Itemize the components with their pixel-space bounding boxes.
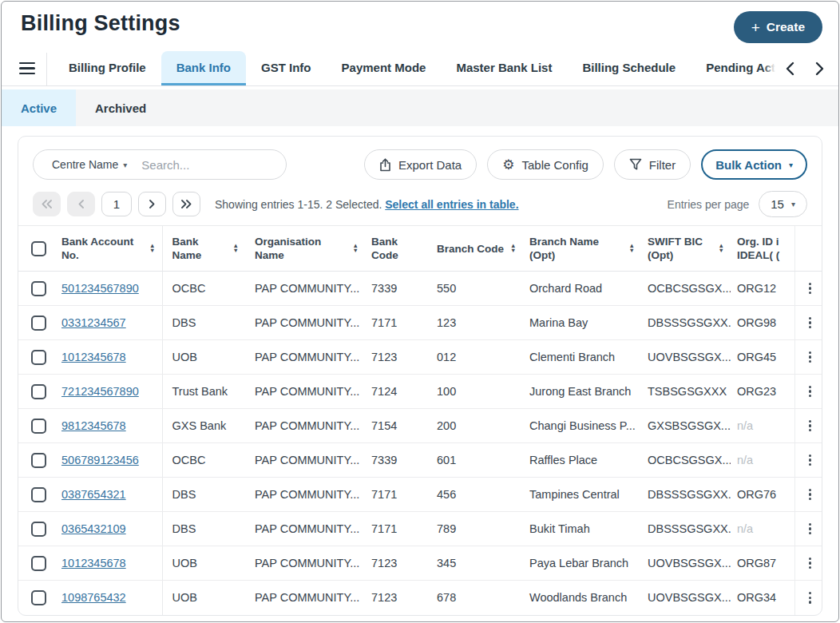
sort-icon[interactable]: ▲▼	[629, 244, 635, 254]
organisation-name-cell: PAP COMMUNITY...	[245, 443, 365, 478]
create-button[interactable]: + Create	[734, 11, 822, 43]
last-page-button[interactable]	[172, 192, 200, 216]
entries-summary-text: Showing entries 1-15. 2 Selected.	[215, 198, 382, 211]
branch-code-cell: 012	[430, 340, 523, 375]
tab-master-bank-list[interactable]: Master Bank List	[441, 51, 567, 85]
row-checkbox[interactable]	[31, 315, 46, 331]
row-checkbox[interactable]	[31, 350, 46, 365]
row-checkbox[interactable]	[31, 522, 46, 537]
bank-account-link[interactable]: 1098765432	[61, 591, 126, 604]
bank-code-cell: 7154	[365, 409, 430, 443]
table-config-label: Table Config	[521, 158, 588, 172]
column-header-branch-name: Branch Name (Opt)▲▼	[523, 226, 641, 272]
column-header-account: Bank Account No.▲▼	[55, 226, 162, 272]
select-all-link[interactable]: Select all entries in table.	[385, 198, 518, 211]
row-actions-kebab-icon[interactable]	[802, 518, 819, 539]
row-actions-kebab-icon[interactable]	[802, 278, 819, 299]
subtab-archived[interactable]: Archived	[76, 89, 165, 126]
branch-name-cell: Raffles Place	[523, 443, 641, 478]
sort-icon[interactable]: ▲▼	[510, 244, 516, 254]
org-id-cell: ORG98	[731, 306, 794, 340]
column-header-branch-code: Branch Code▲▼	[430, 226, 523, 272]
row-actions-kebab-icon[interactable]	[802, 312, 819, 333]
row-actions-kebab-icon[interactable]	[802, 415, 819, 436]
row-actions-kebab-icon[interactable]	[802, 450, 819, 470]
bank-account-link[interactable]: 9812345678	[61, 419, 126, 432]
row-checkbox[interactable]	[31, 590, 46, 605]
row-actions-kebab-icon[interactable]	[802, 484, 819, 505]
subtab-active[interactable]: Active	[2, 89, 76, 126]
current-page-indicator[interactable]: 1	[101, 192, 132, 216]
table-row: 501234567890 OCBC PAP COMMUNITY... 7339 …	[18, 272, 822, 306]
row-checkbox[interactable]	[31, 556, 46, 571]
bank-account-link[interactable]: 721234567890	[61, 385, 139, 398]
bank-name-cell: GXS Bank	[162, 409, 245, 443]
row-actions-kebab-icon[interactable]	[802, 587, 819, 608]
table-row: 9812345678 GXS Bank PAP COMMUNITY... 715…	[18, 409, 822, 443]
branch-code-cell: 123	[430, 306, 523, 340]
sort-icon[interactable]: ▲▼	[353, 244, 359, 254]
table-row: 1098765432 UOB PAP COMMUNITY... 7123 678…	[18, 581, 822, 615]
tab-billing-schedule[interactable]: Billing Schedule	[567, 51, 691, 85]
bank-account-link[interactable]: 0365432109	[61, 522, 126, 535]
swift-bic-cell: TSBSGSGXXX	[641, 375, 731, 409]
entries-per-page-dropdown[interactable]: 15 ▾	[759, 191, 807, 217]
search-input[interactable]	[141, 158, 300, 172]
tabs-container: Billing ProfileBank InfoGST InfoPayment …	[53, 51, 838, 85]
plus-icon: +	[751, 20, 760, 35]
tab-scroll-left-button[interactable]	[775, 51, 805, 85]
bank-account-link[interactable]: 1012345678	[61, 351, 126, 363]
bulk-action-label: Bulk Action	[715, 158, 782, 172]
search-category-dropdown[interactable]: Centre Name ▾	[52, 158, 127, 171]
row-actions-kebab-icon[interactable]	[802, 347, 819, 367]
bulk-action-button[interactable]: Bulk Action ▾	[701, 149, 807, 180]
entries-summary: Showing entries 1-15. 2 Selected. Select…	[215, 198, 519, 211]
swift-bic-cell: OCBCSGSGX...	[641, 443, 731, 478]
bank-name-cell: DBS	[162, 478, 245, 512]
bank-name-cell: OCBC	[162, 443, 245, 478]
previous-page-button[interactable]	[67, 192, 95, 216]
table-header-row: Bank Account No.▲▼Bank Name▲▼Organisatio…	[18, 226, 822, 272]
next-page-button[interactable]	[138, 192, 166, 216]
bank-account-link[interactable]: 501234567890	[61, 282, 139, 295]
tab-billing-profile[interactable]: Billing Profile	[53, 51, 161, 85]
menu-icon[interactable]	[14, 51, 42, 85]
first-page-button[interactable]	[33, 192, 61, 216]
sort-icon[interactable]: ▲▼	[233, 244, 239, 254]
bank-code-cell: 7123	[365, 546, 430, 581]
tab-gst-info[interactable]: GST Info	[246, 51, 327, 85]
branch-code-cell: 456	[430, 478, 523, 512]
tab-scroll-right-button[interactable]	[805, 51, 835, 85]
tab-payment-mode[interactable]: Payment Mode	[327, 51, 442, 85]
bank-account-link[interactable]: 0331234567	[61, 316, 126, 329]
filter-button[interactable]: Filter	[614, 149, 691, 180]
bank-code-cell: 7124	[365, 375, 430, 409]
row-checkbox[interactable]	[31, 281, 46, 296]
org-id-cell: n/a	[731, 512, 794, 546]
table-row: 506789123456 OCBC PAP COMMUNITY... 7339 …	[18, 443, 822, 478]
billing-settings-screen: Billing Settings + Create Billing Profil…	[1, 1, 839, 622]
row-checkbox[interactable]	[31, 419, 46, 434]
row-actions-kebab-icon[interactable]	[802, 381, 819, 402]
bank-name-cell: DBS	[162, 512, 245, 546]
table-row: 1012345678 UOB PAP COMMUNITY... 7123 012…	[18, 340, 822, 375]
select-all-checkbox[interactable]	[31, 241, 46, 256]
tab-bank-info[interactable]: Bank Info	[161, 51, 246, 85]
branch-name-cell: Clementi Branch	[523, 340, 641, 375]
export-data-button[interactable]: Export Data	[364, 149, 477, 180]
organisation-name-cell: PAP COMMUNITY...	[245, 340, 365, 375]
row-actions-kebab-icon[interactable]	[802, 553, 819, 573]
row-checkbox[interactable]	[31, 487, 46, 502]
sort-icon[interactable]: ▲▼	[719, 244, 724, 254]
bank-account-link[interactable]: 0387654321	[61, 488, 126, 501]
table-config-button[interactable]: ⚙ Table Config	[487, 149, 604, 180]
org-id-cell: n/a	[731, 443, 794, 478]
bank-name-cell: UOB	[162, 546, 245, 581]
sort-icon[interactable]: ▲▼	[149, 244, 155, 254]
bank-account-link[interactable]: 1012345678	[61, 557, 126, 569]
bank-account-link[interactable]: 506789123456	[61, 454, 139, 466]
row-checkbox[interactable]	[31, 384, 46, 399]
row-checkbox[interactable]	[31, 453, 46, 468]
export-data-label: Export Data	[398, 158, 462, 172]
chevron-left-icon	[77, 199, 85, 209]
